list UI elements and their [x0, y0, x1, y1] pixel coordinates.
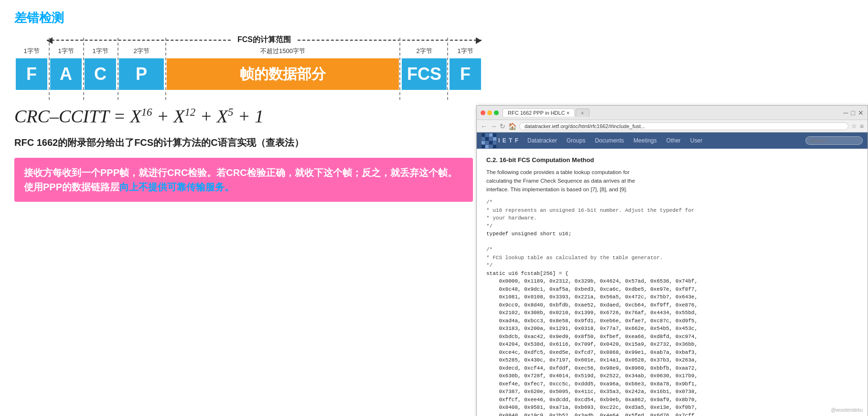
ietf-search-input[interactable]: [805, 136, 863, 145]
browser-panel: RFC 1662 PPP in HDLC × + ─ □ ✕ ← → ↻ 🏠 d…: [476, 105, 868, 416]
frame-cell-data: 帧的数据部分: [165, 57, 400, 91]
fcs-diagram: FCS的计算范围 1字节 1字节 1字节 2字节 不超过1500字节 2字节 1…: [14, 35, 482, 91]
frame-cell-C: C: [83, 57, 118, 91]
ietf-nav: I E T F Datatracker Groups Documents Mee…: [477, 132, 868, 149]
maximize-button[interactable]: □: [851, 109, 855, 117]
active-tab[interactable]: RFC 1662 PPP in HDLC ×: [503, 109, 575, 117]
home-button[interactable]: 🏠: [508, 122, 516, 130]
nav-documents[interactable]: Documents: [590, 137, 629, 144]
formula-section: CRC–CCITT = X16 + X12 + X5 + 1: [14, 106, 468, 127]
content-para1: The following code provides a table look…: [486, 168, 858, 194]
minimize-button[interactable]: ─: [844, 109, 848, 117]
byte-label-3: 1字节: [83, 47, 118, 55]
pink-box: 接收方每收到一个PPP帧，就进行CRC检验。若CRC检验正确，就收下这个帧；反之…: [14, 158, 473, 202]
byte-label-6: 2字节: [400, 47, 448, 55]
ietf-text: I E T F: [498, 137, 519, 144]
address-bar-row: ← → ↻ 🏠 datatracker.ietf.org/doc/html/rf…: [477, 120, 868, 132]
browser-chrome: RFC 1662 PPP in HDLC × + ─ □ ✕: [477, 106, 868, 120]
address-bar[interactable]: datatracker.ietf.org/doc/html/rfc1662/#i…: [519, 122, 848, 130]
bookmark-button[interactable]: ☆: [851, 122, 857, 130]
byte-label-2: 1字节: [49, 47, 83, 55]
fcs-arrow-label: FCS的计算范围: [231, 35, 298, 45]
new-tab-button[interactable]: +: [576, 109, 589, 117]
content-heading: C.2. 16-bit FCS Computation Method: [486, 156, 858, 164]
nav-datatracker[interactable]: Datatracker: [523, 137, 562, 144]
nav-groups[interactable]: Groups: [562, 137, 590, 144]
page-title: 差错检测: [14, 10, 468, 26]
frame-cell-P: P: [118, 57, 165, 91]
rfc-text: RFC 1662的附录部分给出了FCS的计算方法的C语言实现（查表法）: [14, 136, 468, 149]
main-content: 差错检测 FCS的计算范围 1字节 1字节 1字节 2字节 不超过1500字节 …: [0, 0, 482, 416]
byte-label-1: 1字节: [14, 47, 49, 55]
frame-cell-A: A: [49, 57, 83, 91]
watermark: @woodendeku: [831, 407, 863, 413]
tab-bar: RFC 1662 PPP in HDLC × +: [503, 109, 840, 117]
byte-label-7: 1字节: [448, 47, 482, 55]
window-dots: [481, 110, 499, 115]
dot-yellow[interactable]: [487, 110, 492, 115]
ietf-logo: I E T F: [482, 133, 519, 148]
back-button[interactable]: ←: [481, 122, 487, 130]
nav-other[interactable]: Other: [662, 137, 686, 144]
window-controls: ─ □ ✕: [844, 109, 864, 117]
dot-green[interactable]: [494, 110, 499, 115]
highlight-blue-text: 向上不提供可靠传输服务。: [119, 182, 234, 192]
forward-button[interactable]: →: [490, 122, 497, 130]
pink-box-text: 接收方每收到一个PPP帧，就进行CRC检验。若CRC检验正确，就收下这个帧；反之…: [24, 165, 463, 194]
menu-button[interactable]: ≡: [860, 122, 864, 130]
dot-red[interactable]: [481, 110, 485, 115]
reload-button[interactable]: ↻: [500, 122, 505, 130]
code-block-1: /* * u16 represents an unsigned 16-bit n…: [486, 198, 858, 416]
byte-label-4: 2字节: [118, 47, 165, 55]
frame-cell-FCS: FCS: [400, 57, 448, 91]
frame-cell-F2: F: [448, 57, 482, 91]
browser-content: C.2. 16-bit FCS Computation Method The f…: [477, 149, 868, 416]
nav-meetings[interactable]: Meetings: [629, 137, 662, 144]
byte-label-5: 不超过1500字节: [165, 47, 400, 55]
close-button[interactable]: ✕: [858, 109, 864, 117]
nav-user[interactable]: User: [686, 137, 707, 144]
formula: CRC–CCITT = X16 + X12 + X5 + 1: [14, 106, 468, 127]
frame-cell-F1: F: [14, 57, 49, 91]
frame-row: F A C P 帧的数据部分 FCS F: [14, 57, 482, 91]
